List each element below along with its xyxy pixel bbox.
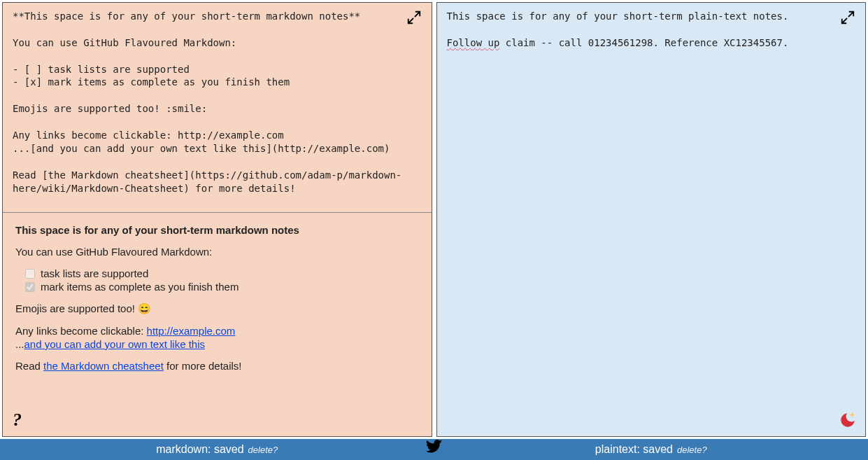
expand-icon[interactable] — [840, 10, 855, 28]
preview-task-list: task lists are supported mark items as c… — [25, 267, 419, 293]
footer-right: plaintext: saved delete? — [434, 443, 869, 456]
dark-mode-toggle-icon[interactable] — [839, 411, 857, 429]
footer-left: markdown: saved delete? — [0, 443, 434, 456]
plaintext-status: plaintext: saved — [595, 443, 673, 456]
preview-emoji-line: Emojis are supported too! 😄 — [15, 302, 419, 315]
plaintext-editor[interactable]: This space is for any of your short-term… — [437, 3, 866, 436]
task-label: mark items as complete as you finish the… — [41, 281, 239, 293]
preview-links-line-2: ...and you can add your own text like th… — [15, 338, 419, 350]
links2-pre: ... — [15, 338, 24, 350]
preview-links-line: Any links become clickable: http://examp… — [15, 325, 419, 337]
spellcheck-word: Follow up — [447, 37, 500, 48]
task-checkbox[interactable] — [25, 269, 35, 279]
plaintext-delete-link[interactable]: delete? — [677, 445, 707, 455]
plaintext-panel: This space is for any of your short-term… — [436, 2, 867, 437]
task-checkbox[interactable] — [25, 282, 35, 292]
plaintext-line1: This space is for any of your short-term… — [447, 11, 789, 22]
help-icon[interactable]: ? — [13, 410, 22, 431]
panels-container: This space is for any of your short-term… — [0, 0, 868, 439]
smile-emoji-icon: 😄 — [138, 302, 151, 314]
emoji-text: Emojis are supported too! — [15, 302, 138, 314]
plaintext-rest: claim -- call 01234561298. Reference XC1… — [499, 37, 788, 48]
expand-icon[interactable] — [406, 10, 422, 28]
markdown-editor[interactable] — [3, 3, 432, 213]
preview-gfm-line: You can use GitHub Flavoured Markdown: — [15, 246, 419, 258]
footer-bar: markdown: saved delete? plaintext: saved… — [0, 439, 868, 460]
twitter-icon[interactable] — [426, 440, 443, 459]
markdown-preview: This space is for any of your short-term… — [3, 213, 432, 436]
example-link[interactable]: http://example.com — [147, 325, 236, 337]
links-pre: Any links become clickable: — [15, 325, 147, 337]
markdown-status: markdown: saved — [156, 443, 243, 456]
read-pre: Read — [15, 360, 43, 372]
markdown-panel: This space is for any of your short-term… — [2, 2, 432, 437]
read-post: for more details! — [164, 360, 242, 372]
cheatsheet-link[interactable]: the Markdown cheatsheet — [43, 360, 164, 372]
preview-title: This space is for any of your short-term… — [15, 224, 299, 236]
task-label: task lists are supported — [41, 267, 148, 279]
custom-text-link[interactable]: and you can add your own text like this — [24, 338, 206, 350]
task-item: task lists are supported — [25, 267, 419, 279]
task-item: mark items as complete as you finish the… — [25, 281, 419, 293]
preview-read-line: Read the Markdown cheatsheet for more de… — [15, 360, 419, 372]
markdown-delete-link[interactable]: delete? — [248, 445, 278, 455]
